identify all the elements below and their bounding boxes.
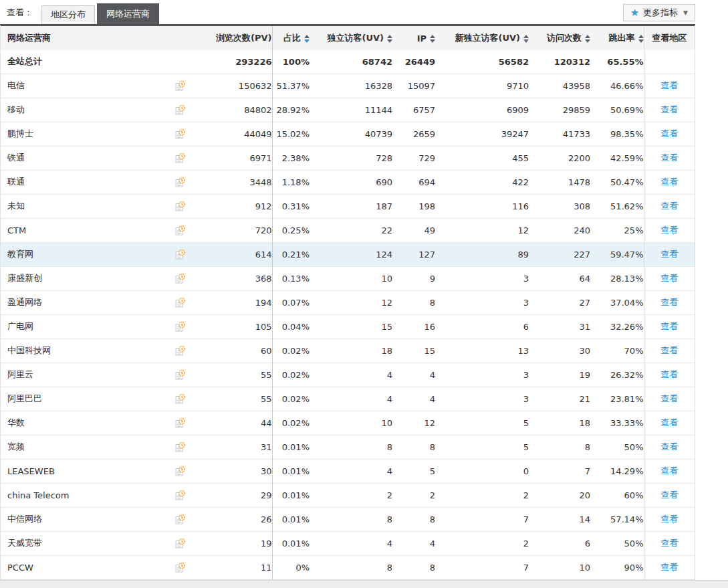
trend-history-icon[interactable] [168,170,192,194]
trend-history-icon[interactable] [168,531,192,555]
trend-history-icon[interactable] [168,411,192,435]
column-header-name: 网络运营商 [1,26,192,50]
column-header-ip[interactable]: IP [392,26,435,50]
cell-visits: 43958 [529,74,590,98]
trend-history-icon[interactable] [168,555,192,579]
cell-visits: 6 [529,531,590,555]
trend-history-icon[interactable] [168,459,192,483]
view-region-link[interactable]: 查看 [660,104,678,114]
view-tabs: 地区分布网络运营商 [41,3,161,24]
tab-network-operator[interactable]: 网络运营商 [97,3,159,24]
cell-new_uv: 12 [435,218,529,242]
region-cell: 查看 [644,122,695,146]
view-region-link[interactable]: 查看 [660,273,678,283]
total-ip: 26449 [392,50,435,74]
cell-new_uv: 455 [435,146,529,170]
cell-visits: 7 [529,459,590,483]
column-label: 新独立访客(UV) [455,33,521,43]
column-header-new_uv[interactable]: 新独立访客(UV) [435,26,529,50]
operator-name: 铁通 [1,146,168,170]
tab-region-distribution[interactable]: 地区分布 [41,5,95,24]
cell-bounce: 50.69% [590,98,644,122]
cell-ratio: 1.18% [272,170,314,194]
trend-history-icon[interactable] [168,290,192,314]
view-region-link[interactable]: 查看 [660,490,678,500]
view-region-link[interactable]: 查看 [660,153,678,163]
view-region-link[interactable]: 查看 [660,345,678,355]
trend-history-icon[interactable] [168,218,192,242]
view-region-link[interactable]: 查看 [660,538,678,548]
cell-pv: 11 [192,555,272,579]
footer-bar [0,580,728,588]
cell-visits: 29859 [529,98,590,122]
table-header-row: 网络运营商浏览次数(PV)占比独立访客(UV)IP新独立访客(UV)访问次数跳出… [1,26,695,50]
table-row: 阿里云550.02%4431926.32%查看 [1,363,695,387]
column-header-bounce[interactable]: 跳出率 [590,26,644,50]
view-region-link[interactable]: 查看 [660,369,678,379]
total-row: 全站总计 293226 100% 68742 26449 56582 12031… [1,50,695,74]
view-region-link[interactable]: 查看 [660,128,678,138]
cell-bounce: 32.26% [590,314,644,338]
region-cell: 查看 [644,363,695,387]
column-header-uv[interactable]: 独立访客(UV) [314,26,392,50]
column-header-ratio[interactable]: 占比 [272,26,314,50]
view-region-link[interactable]: 查看 [660,393,678,403]
region-cell: 查看 [644,555,695,579]
table-row: china Telecom290.01%2222060%查看 [1,483,695,507]
trend-history-icon[interactable] [168,435,192,459]
trend-history-icon[interactable] [168,74,192,98]
table-row: 宽频310.01%885850%查看 [1,435,695,459]
total-new-uv: 56582 [435,50,529,74]
cell-ip: 694 [392,170,435,194]
trend-history-icon[interactable] [168,194,192,218]
trend-history-icon[interactable] [168,338,192,363]
view-region-link[interactable]: 查看 [660,562,678,572]
view-region-link[interactable]: 查看 [660,466,678,476]
caret-down-icon: ▼ [683,9,688,16]
sort-icon[interactable] [430,35,435,43]
cell-new_uv: 3 [435,290,529,314]
sort-icon[interactable] [638,35,644,43]
trend-history-icon[interactable] [168,266,192,290]
trend-history-icon[interactable] [168,387,192,411]
view-region-link[interactable]: 查看 [660,321,678,331]
view-region-link[interactable]: 查看 [660,297,678,307]
view-region-link[interactable]: 查看 [660,177,678,187]
view-region-link[interactable]: 查看 [660,417,678,427]
cell-ratio: 0.01% [272,531,314,555]
operator-name: 阿里云 [1,363,168,387]
star-icon: ★ [630,8,639,18]
sort-icon[interactable] [387,35,392,43]
region-cell: 查看 [644,98,695,122]
cell-bounce: 46.66% [590,74,644,98]
view-region-link[interactable]: 查看 [660,201,678,211]
table-row: 中国科技网600.02%1815133070%查看 [1,338,695,363]
trend-history-icon[interactable] [168,242,192,266]
trend-history-icon[interactable] [168,483,192,507]
view-region-link[interactable]: 查看 [660,80,678,90]
cell-ip: 8 [392,290,435,314]
region-cell: 查看 [644,338,695,363]
trend-history-icon[interactable] [168,314,192,338]
sort-icon[interactable] [523,35,529,43]
trend-history-icon[interactable] [168,122,192,146]
cell-new_uv: 9710 [435,74,529,98]
view-region-link[interactable]: 查看 [660,249,678,259]
view-region-link[interactable]: 查看 [660,225,678,235]
more-metrics-button[interactable]: ★ 更多指标 ▼ [623,4,695,21]
view-region-link[interactable]: 查看 [660,442,678,452]
cell-bounce: 50% [590,531,644,555]
trend-history-icon[interactable] [168,146,192,170]
cell-visits: 8 [529,435,590,459]
column-header-visits[interactable]: 访问次数 [529,26,590,50]
trend-history-icon[interactable] [168,98,192,122]
region-cell: 查看 [644,531,695,555]
view-region-link[interactable]: 查看 [660,514,678,524]
sort-icon[interactable] [585,35,590,43]
trend-history-icon[interactable] [168,507,192,531]
sort-icon[interactable] [304,35,310,43]
cell-pv: 30 [192,459,272,483]
cell-ip: 6757 [392,98,435,122]
trend-history-icon[interactable] [168,363,192,387]
operator-name: 天威宽带 [1,531,168,555]
